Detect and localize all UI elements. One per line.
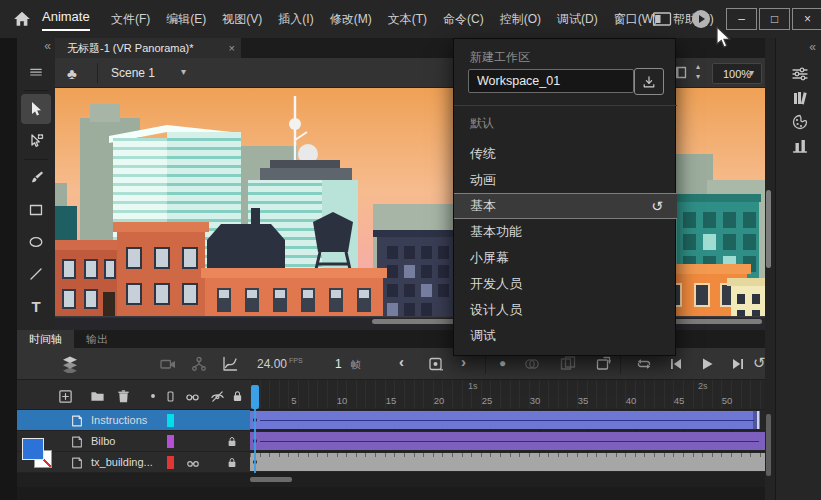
home-icon[interactable] (13, 10, 31, 28)
zoom-stepper[interactable]: ▴ ▾ (696, 62, 700, 82)
zoom-level-input[interactable]: 100% (712, 63, 762, 84)
menu-debug[interactable]: 调试(D) (549, 11, 606, 28)
layer-track[interactable] (250, 431, 765, 452)
layer-name[interactable]: Bilbo (91, 435, 115, 447)
quick-share-play-icon[interactable] (691, 9, 711, 29)
step-forward-button[interactable] (729, 355, 747, 373)
menu-commands[interactable]: 命令(C) (435, 11, 492, 28)
tween-span[interactable] (250, 411, 760, 429)
layer-parent-glasses-icon[interactable] (185, 455, 200, 470)
layer-color-swatch[interactable] (167, 414, 174, 427)
workspace-item-small-screen[interactable]: 小屏幕 (454, 245, 677, 271)
delete-layer-icon[interactable] (115, 388, 131, 404)
play-button[interactable] (698, 355, 716, 373)
menu-text[interactable]: 文本(T) (380, 11, 435, 28)
tools-menu-icon[interactable] (21, 57, 51, 87)
camera-column-icon[interactable] (162, 388, 178, 404)
workspace-item-debug[interactable]: 调试 (454, 323, 677, 349)
selection-tool[interactable] (21, 94, 51, 124)
workspace-item-animation[interactable]: 动画 (454, 167, 677, 193)
maximize-button[interactable]: □ (759, 8, 790, 30)
keyframe-marker-icon[interactable]: ● (499, 356, 506, 370)
zoom-step-down-icon[interactable]: ▾ (696, 72, 700, 82)
reset-workspace-icon[interactable]: ↺ (651, 198, 663, 214)
scene-breadcrumb[interactable]: Scene 1 (111, 66, 155, 80)
layer-track[interactable] (250, 452, 765, 473)
new-folder-icon[interactable] (89, 388, 105, 404)
loop-playback-icon[interactable] (635, 355, 653, 373)
tween-span[interactable] (250, 432, 765, 450)
layer-row-instructions[interactable]: Instructions (17, 410, 765, 431)
hide-all-layers-icon[interactable] (209, 388, 225, 404)
parenting-view-icon[interactable] (190, 355, 208, 373)
layer-track[interactable] (250, 410, 765, 431)
brush-tool[interactable] (21, 163, 51, 193)
properties-panel-icon[interactable] (790, 64, 810, 84)
menu-view[interactable]: 视图(V) (214, 11, 270, 28)
workspace-item-designer[interactable]: 设计人员 (454, 297, 677, 323)
expand-panels-icon[interactable]: « (809, 40, 816, 54)
timeline-vertical-scrollbar[interactable] (766, 414, 771, 476)
layers-stack-icon[interactable] (61, 355, 79, 373)
fill-color-swatch[interactable] (22, 438, 44, 460)
parent-view-glasses-icon[interactable] (184, 388, 200, 404)
layer-color-swatch[interactable] (167, 435, 174, 448)
close-button[interactable]: × (792, 8, 821, 30)
highlight-layers-icon[interactable] (145, 388, 161, 404)
fps-number[interactable]: 24.00 (257, 357, 287, 371)
tab-output[interactable]: 输出 (74, 330, 120, 348)
zoom-step-up-icon[interactable]: ▴ (696, 62, 700, 72)
new-layer-icon[interactable] (57, 388, 73, 404)
document-tab[interactable]: 无标题-1 (VR Panorama)* × (55, 38, 241, 58)
workspace-item-developer[interactable]: 开发人员 (454, 271, 677, 297)
workspace-item-basic-functions[interactable]: 基本功能 (454, 219, 677, 245)
timeline-ruler[interactable]: 1s 2s 5 10 15 20 25 30 35 40 45 50 (250, 380, 765, 410)
library-panel-icon[interactable] (790, 88, 810, 108)
color-panel-icon[interactable] (790, 112, 810, 132)
zoom-chevron-down-icon[interactable]: ▾ (749, 67, 754, 78)
workspace-item-classic[interactable]: 传统 (454, 141, 677, 167)
workspace-item-essentials[interactable]: 基本 ↺ (454, 193, 677, 219)
menu-control[interactable]: 控制(O) (492, 11, 549, 28)
menu-file[interactable]: 文件(F) (103, 11, 158, 28)
onion-skin-icon[interactable] (523, 355, 541, 373)
menu-edit[interactable]: 编辑(E) (158, 11, 214, 28)
scene-chevron-down-icon[interactable]: ▾ (181, 66, 186, 77)
edit-multiple-frames-icon[interactable] (559, 355, 577, 373)
step-back-button[interactable] (667, 355, 685, 373)
layer-name[interactable]: tx_building... (91, 456, 153, 468)
layer-lock-icon[interactable] (225, 434, 239, 449)
rewind-button[interactable]: ↺ (753, 354, 766, 372)
menu-insert[interactable]: 插入(I) (270, 11, 321, 28)
oval-tool[interactable] (21, 227, 51, 257)
layer-name-cell[interactable]: Bilbo (17, 431, 250, 452)
line-tool[interactable] (21, 259, 51, 289)
frame-rate-value[interactable]: 24.00FPS (257, 357, 303, 371)
text-tool[interactable]: T (21, 291, 51, 321)
align-panel-icon[interactable] (790, 136, 810, 156)
layer-name[interactable]: Instructions (91, 414, 147, 426)
layer-name-cell[interactable]: Instructions (17, 410, 250, 431)
layer-color-swatch[interactable] (167, 456, 174, 469)
camera-icon[interactable] (159, 355, 177, 373)
workspace-switcher-icon[interactable] (652, 11, 672, 27)
rectangle-tool[interactable] (21, 195, 51, 225)
document-tab-close-icon[interactable]: × (229, 42, 235, 54)
playhead[interactable] (251, 385, 259, 409)
current-frame-value[interactable]: 1 (335, 357, 342, 371)
tab-timeline[interactable]: 时间轴 (17, 330, 74, 348)
center-frame-button[interactable] (427, 355, 445, 373)
layer-lock-icon[interactable] (225, 455, 239, 470)
previous-frame-button[interactable]: ‹ (399, 353, 404, 370)
layer-row-bilbo[interactable]: Bilbo (17, 431, 765, 452)
menu-modify[interactable]: 修改(M) (322, 11, 380, 28)
subselection-tool[interactable] (21, 126, 51, 156)
timeline-horizontal-scrollbar[interactable] (250, 477, 292, 482)
app-label[interactable]: Animate (42, 9, 90, 31)
save-workspace-button[interactable] (634, 68, 664, 95)
collapse-tools-icon[interactable]: « (44, 39, 51, 53)
insert-frame-icon[interactable] (595, 355, 613, 373)
workspace-name-input[interactable] (468, 69, 634, 93)
layer-row-tx-building[interactable]: tx_building... (17, 452, 765, 473)
minimize-button[interactable]: – (726, 8, 757, 30)
